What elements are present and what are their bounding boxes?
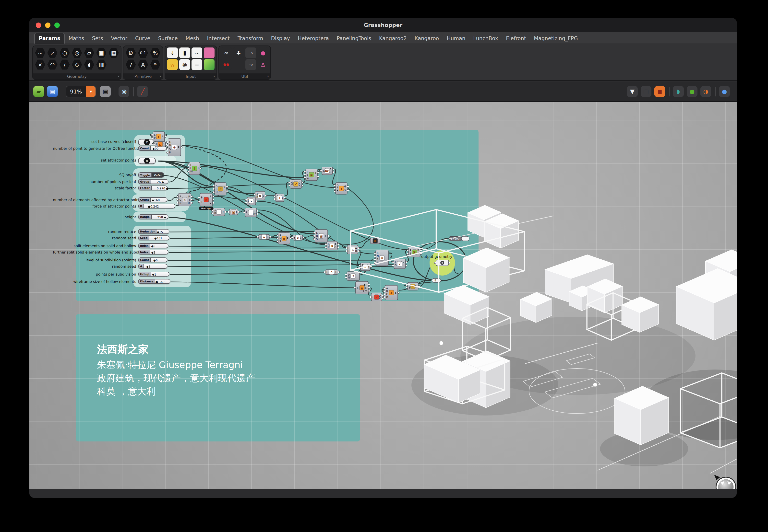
arc-icon[interactable]: ◠ xyxy=(47,59,58,70)
slider-track[interactable]: ◆2 xyxy=(150,250,168,254)
boolean-toggle[interactable]: ToggleFalse xyxy=(138,172,164,178)
menu-item-display[interactable]: Display xyxy=(267,33,294,44)
menu-item-kangaroo[interactable]: Kangaroo xyxy=(411,33,443,44)
number-slider[interactable]: Distance●1.69 xyxy=(138,279,170,284)
arrow-icon[interactable]: → xyxy=(246,59,256,70)
scribble-icon[interactable]: w xyxy=(167,59,178,70)
preview-wireframe-button[interactable]: ▢ xyxy=(641,86,652,97)
chevron-down-icon[interactable]: ▾ xyxy=(213,74,215,78)
menu-item-intersect[interactable]: Intersect xyxy=(203,33,234,44)
slider-track[interactable]: 0.970 ● xyxy=(151,186,167,190)
path-icon[interactable]: % xyxy=(150,47,161,58)
tree-icon[interactable]: ♣ xyxy=(233,47,244,58)
preview-off-button[interactable]: ▼ xyxy=(627,86,638,97)
number-slider[interactable]: Range258 ◆ xyxy=(138,214,168,219)
diamond-icon[interactable]: ◇ xyxy=(71,59,82,70)
glasses-icon[interactable]: ∞ xyxy=(221,47,232,58)
knob-icon[interactable]: ◉ xyxy=(179,59,190,70)
slider-track[interactable]: ◆431 xyxy=(150,236,169,240)
slider-track[interactable]: ◆5 xyxy=(150,244,168,248)
ball-icon[interactable]: ● xyxy=(258,47,269,58)
number-slider[interactable]: A◆8 xyxy=(138,264,167,269)
sketch-tool-button[interactable]: ╱ xyxy=(137,86,148,97)
zoom-level-control[interactable]: 91% ▾ xyxy=(66,86,96,97)
vector-icon[interactable]: ↗ xyxy=(47,47,58,58)
selected-green-button[interactable]: ● xyxy=(687,86,698,97)
menu-item-vector[interactable]: Vector xyxy=(107,33,131,44)
close-window-button[interactable] xyxy=(36,23,41,28)
remote-control-button[interactable]: ● xyxy=(719,86,730,97)
brep-icon[interactable]: ▥ xyxy=(96,59,107,70)
preview-shaded-button[interactable]: ◼ xyxy=(654,86,665,97)
lattice-icon[interactable]: ▦ xyxy=(108,47,119,58)
seven-icon[interactable]: 7 xyxy=(125,59,136,70)
curve-icon[interactable]: ~ xyxy=(35,47,46,58)
minimize-window-button[interactable] xyxy=(45,23,50,28)
number-slider[interactable]: Index◆5 xyxy=(138,243,168,248)
number-icon[interactable]: 0.1 xyxy=(138,47,148,58)
slider-track[interactable]: ◆8 xyxy=(144,264,167,268)
list-icon[interactable]: ≡ xyxy=(191,59,202,70)
geometry-param[interactable]: × xyxy=(138,158,156,164)
number-slider[interactable]: Group26 ◆ xyxy=(138,179,168,184)
number-slider[interactable]: Count◆6 xyxy=(138,257,167,262)
xpoint-icon[interactable]: × xyxy=(35,59,46,70)
number-slider[interactable]: Count◆90 xyxy=(138,146,166,151)
save-file-button[interactable]: ▣ xyxy=(47,86,58,97)
disc-icon[interactable]: Ø xyxy=(125,47,136,58)
menu-item-elefront[interactable]: Elefront xyxy=(502,33,530,44)
slider-track[interactable]: ●1.69 xyxy=(155,279,170,283)
chevron-down-icon[interactable]: ▾ xyxy=(159,74,161,78)
grasshopper-canvas[interactable]: set base curves [closed]⊘number of point… xyxy=(29,102,737,489)
preview-eye-button[interactable]: ◉ xyxy=(119,86,129,97)
menu-item-heteroptera[interactable]: Heteroptera xyxy=(294,33,333,44)
zoom-window-button[interactable] xyxy=(54,23,60,28)
number-slider[interactable]: Index◆2 xyxy=(138,250,168,254)
cherry-icon[interactable]: ●● xyxy=(221,59,232,70)
plane-icon[interactable]: ▱ xyxy=(84,47,94,58)
number-slider[interactable]: Reduction◆15 xyxy=(138,229,169,234)
menu-item-transform[interactable]: Transform xyxy=(234,33,267,44)
circle-icon[interactable]: ○ xyxy=(59,47,70,58)
geometry-param[interactable]: ⊘ xyxy=(138,139,156,145)
slider-track[interactable]: 26 ◆ xyxy=(151,180,168,184)
slider-track[interactable]: 258 ◆ xyxy=(151,215,168,219)
toggle-icon[interactable]: ▮ xyxy=(179,47,190,58)
menu-item-panelingtools[interactable]: PanelingTools xyxy=(333,33,375,44)
number-slider[interactable]: Seed◆431 xyxy=(138,235,169,240)
gradient-icon[interactable] xyxy=(204,59,215,70)
spiral-icon[interactable]: ◎ xyxy=(71,47,82,58)
number-slider[interactable]: Factor0.970 ● xyxy=(138,185,167,190)
zoom-dropdown-button[interactable]: ▾ xyxy=(86,86,96,97)
graph-icon[interactable]: ~ xyxy=(191,47,202,58)
chevron-down-icon[interactable]: ▾ xyxy=(118,74,119,78)
navigation-ball[interactable] xyxy=(714,475,735,489)
canvas-subgroup[interactable] xyxy=(133,226,191,287)
menu-item-maths[interactable]: Maths xyxy=(65,33,88,44)
slider-track[interactable]: ◆6 xyxy=(151,258,167,262)
menu-item-mesh[interactable]: Mesh xyxy=(182,33,203,44)
zoom-extents-button[interactable]: ▣ xyxy=(100,86,111,97)
letterA-icon[interactable]: A xyxy=(138,59,148,70)
flask-icon[interactable]: Δ xyxy=(258,59,269,70)
arrow-icon[interactable]: → xyxy=(246,47,256,58)
menu-item-surface[interactable]: Surface xyxy=(154,33,182,44)
star-icon[interactable]: * xyxy=(150,59,161,70)
pinkpanel-icon[interactable] xyxy=(204,47,215,58)
slider-icon[interactable]: ⇓ xyxy=(167,47,178,58)
chevron-down-icon[interactable]: ▾ xyxy=(267,74,269,78)
slider-track[interactable]: ●0.242 xyxy=(144,204,175,208)
menu-item-lunchbox[interactable]: LunchBox xyxy=(469,33,502,44)
selected-only-teal-button[interactable]: ◗ xyxy=(673,86,684,97)
menu-item-magnetizing_fpg[interactable]: Magnetizing_FPG xyxy=(530,33,582,44)
menu-item-human[interactable]: Human xyxy=(443,33,469,44)
segment-icon[interactable]: / xyxy=(59,59,70,70)
selected-half-button[interactable]: ◑ xyxy=(700,86,711,97)
open-file-button[interactable]: ▰ xyxy=(33,86,44,97)
slider-track[interactable]: ◆15 xyxy=(157,230,169,233)
menu-item-kangaroo2[interactable]: Kangaroo2 xyxy=(375,33,411,44)
blob-icon[interactable]: ◖ xyxy=(84,59,94,70)
box-icon[interactable]: ▣ xyxy=(96,47,107,58)
menu-item-params[interactable]: Params xyxy=(34,33,65,44)
menu-item-curve[interactable]: Curve xyxy=(131,33,154,44)
